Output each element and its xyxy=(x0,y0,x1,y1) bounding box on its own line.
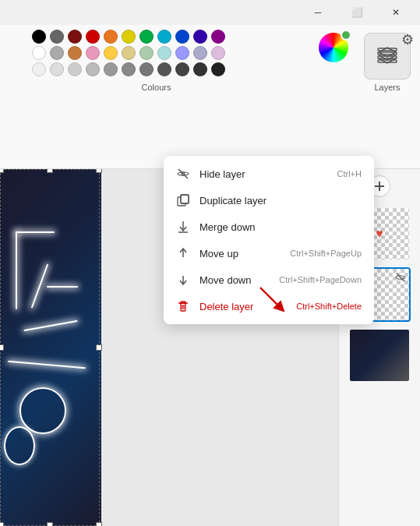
color-swatch[interactable] xyxy=(68,62,82,76)
move-down-label: Move down xyxy=(199,274,270,286)
color-wheel-badge xyxy=(341,30,351,41)
settings-icon[interactable]: ⚙ xyxy=(401,31,414,48)
menu-item-delete-layer[interactable]: Delete layer Ctrl+Shift+Delete xyxy=(164,293,374,319)
color-swatch[interactable] xyxy=(175,46,189,60)
color-swatch[interactable] xyxy=(122,46,136,60)
merge-down-icon xyxy=(176,220,190,234)
color-swatch[interactable] xyxy=(68,30,82,44)
eye-off-icon xyxy=(395,272,406,285)
plus-icon xyxy=(373,180,386,192)
canvas-image xyxy=(0,169,101,526)
color-swatch[interactable] xyxy=(175,30,189,44)
delete-layer-icon xyxy=(176,299,190,313)
menu-item-move-down[interactable]: Move down Ctrl+Shift+PageDown xyxy=(164,267,374,293)
color-swatch[interactable] xyxy=(86,46,100,60)
color-swatch[interactable] xyxy=(211,46,225,60)
menu-item-duplicate-layer[interactable]: Duplicate layer xyxy=(164,187,374,214)
move-up-shortcut: Ctrl+Shift+PageUp xyxy=(290,249,362,258)
color-swatch[interactable] xyxy=(211,30,225,44)
color-wheel-container[interactable] xyxy=(319,33,348,62)
menu-item-hide-layer[interactable]: Hide layer Ctrl+H xyxy=(164,161,374,187)
color-swatch[interactable] xyxy=(211,62,225,76)
svg-line-7 xyxy=(397,274,404,281)
menu-item-move-up[interactable]: Move up Ctrl+Shift+PageUp xyxy=(164,240,374,267)
layer-thumb-photo[interactable] xyxy=(348,328,411,383)
color-swatch[interactable] xyxy=(193,62,207,76)
color-swatch[interactable] xyxy=(104,62,118,76)
context-menu: Hide layer Ctrl+H Duplicate layer Merge … xyxy=(164,156,374,324)
color-swatch[interactable] xyxy=(139,62,154,76)
duplicate-layer-icon xyxy=(176,193,190,207)
neon-circle xyxy=(19,387,66,434)
color-swatch[interactable] xyxy=(157,46,171,60)
layers-icon xyxy=(376,44,399,68)
layer-heart-icon: ♥ xyxy=(376,227,383,241)
color-wheel-section xyxy=(319,33,348,62)
color-swatch[interactable] xyxy=(50,30,64,44)
color-swatch[interactable] xyxy=(175,62,189,76)
merge-down-label: Merge down xyxy=(199,221,352,233)
color-swatch[interactable] xyxy=(86,62,100,76)
move-up-label: Move up xyxy=(199,248,281,259)
minimize-button[interactable]: ─ xyxy=(300,0,336,25)
colors-section: Colours xyxy=(9,30,303,92)
menu-item-merge-down[interactable]: Merge down xyxy=(164,214,374,240)
hide-layer-shortcut: Ctrl+H xyxy=(337,169,362,178)
color-swatch[interactable] xyxy=(86,30,100,44)
color-swatch[interactable] xyxy=(193,30,207,44)
color-swatch[interactable] xyxy=(104,46,118,60)
color-swatch[interactable] xyxy=(139,30,154,44)
move-up-icon xyxy=(176,246,190,260)
color-swatch[interactable] xyxy=(122,62,136,76)
hide-layer-label: Hide layer xyxy=(199,168,328,180)
color-swatch[interactable] xyxy=(32,30,46,44)
colors-label: Colours xyxy=(142,83,171,92)
svg-rect-11 xyxy=(181,195,189,203)
color-swatch[interactable] xyxy=(32,46,46,60)
move-down-icon xyxy=(176,273,190,287)
layers-toolbar-label: Layers xyxy=(374,83,400,92)
toolbar: Colours La xyxy=(0,25,420,169)
toolbar-top: Colours La xyxy=(9,30,411,92)
delete-layer-label: Delete layer xyxy=(199,301,287,312)
neon-oval xyxy=(4,426,35,465)
title-bar: ─ ⬜ ✕ xyxy=(0,0,420,25)
color-swatch[interactable] xyxy=(104,30,118,44)
move-down-shortcut: Ctrl+Shift+PageDown xyxy=(279,275,362,284)
close-button[interactable]: ✕ xyxy=(378,0,414,25)
color-swatch[interactable] xyxy=(50,46,64,60)
color-swatch[interactable] xyxy=(68,46,82,60)
layer-photo xyxy=(350,330,409,381)
svg-line-8 xyxy=(178,169,188,178)
hide-layer-icon xyxy=(176,167,190,181)
color-swatch[interactable] xyxy=(122,30,136,44)
color-grid xyxy=(32,30,281,76)
duplicate-layer-label: Duplicate layer xyxy=(199,195,352,207)
color-swatch[interactable] xyxy=(157,30,171,44)
color-swatch[interactable] xyxy=(139,46,154,60)
color-swatch[interactable] xyxy=(193,46,207,60)
delete-layer-shortcut: Ctrl+Shift+Delete xyxy=(296,302,362,311)
color-swatch[interactable] xyxy=(157,62,171,76)
svg-rect-0 xyxy=(378,48,397,51)
maximize-button[interactable]: ⬜ xyxy=(339,0,375,25)
color-swatch[interactable] xyxy=(32,62,46,76)
color-swatch[interactable] xyxy=(50,62,64,76)
